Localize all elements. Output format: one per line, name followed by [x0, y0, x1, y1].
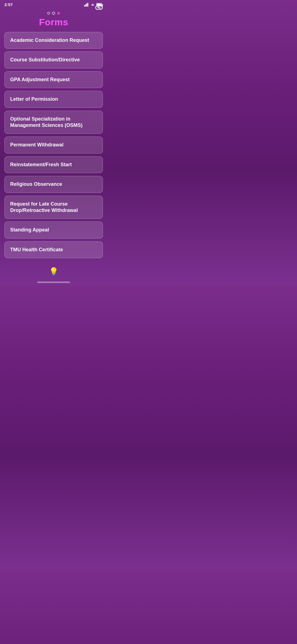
forms-list: Academic Consideration Request Course Su… [0, 32, 107, 265]
indicator-dot-3 [57, 12, 60, 15]
status-bar: 2:57 [0, 0, 107, 8]
form-label-gpa-adjustment-request: GPA Adjustment Request [10, 77, 70, 82]
svg-rect-3 [87, 3, 88, 7]
form-label-reinstatement-fresh-start: Reinstatement/Fresh Start [10, 162, 72, 167]
indicator-dot-1 [47, 12, 50, 15]
form-label-tmu-health-certificate: TMU Health Certificate [10, 247, 63, 252]
svg-rect-2 [86, 3, 87, 7]
form-item-standing-appeal[interactable]: Standing Appeal [4, 222, 103, 238]
form-label-permanent-withdrawal: Permanent Withdrawal [10, 142, 64, 148]
form-item-gpa-adjustment-request[interactable]: GPA Adjustment Request [4, 71, 103, 88]
lightbulb-icon: 💡 [0, 267, 107, 276]
status-time: 2:57 [4, 2, 13, 7]
form-item-letter-of-permission[interactable]: Letter of Permission [4, 91, 103, 108]
form-label-request-late-course-drop: Request for Late Course Drop/Retroactive… [10, 201, 78, 213]
indicator-dot-2 [52, 11, 56, 15]
svg-rect-0 [84, 5, 85, 7]
form-label-standing-appeal: Standing Appeal [10, 227, 49, 233]
home-bar [37, 282, 70, 283]
form-item-academic-consideration-request[interactable]: Academic Consideration Request [4, 32, 103, 49]
wifi-icon [84, 3, 89, 7]
form-label-optional-specialization-osms: Optional Specialization in Management Sc… [10, 116, 82, 128]
form-item-tmu-health-certificate[interactable]: TMU Health Certificate [4, 241, 103, 258]
form-item-permanent-withdrawal[interactable]: Permanent Withdrawal [4, 137, 103, 153]
page-indicator [0, 12, 107, 15]
form-label-course-substitution-directive: Course Substitution/Directive [10, 57, 80, 62]
form-item-reinstatement-fresh-start[interactable]: Reinstatement/Fresh Start [4, 156, 103, 173]
form-item-optional-specialization-osms[interactable]: Optional Specialization in Management Sc… [4, 111, 103, 134]
svg-rect-1 [85, 4, 86, 7]
form-item-course-substitution-directive[interactable]: Course Substitution/Directive [4, 51, 103, 68]
link-icon-button[interactable] [94, 3, 104, 13]
form-label-letter-of-permission: Letter of Permission [10, 96, 58, 102]
form-label-academic-consideration-request: Academic Consideration Request [10, 37, 89, 43]
link-icon [95, 4, 103, 12]
form-item-request-late-course-drop[interactable]: Request for Late Course Drop/Retroactive… [4, 196, 103, 219]
page-title: Forms [0, 17, 107, 28]
home-indicator [0, 282, 107, 285]
form-label-religious-observance: Religious Observance [10, 181, 62, 187]
form-item-religious-observance[interactable]: Religious Observance [4, 176, 103, 193]
